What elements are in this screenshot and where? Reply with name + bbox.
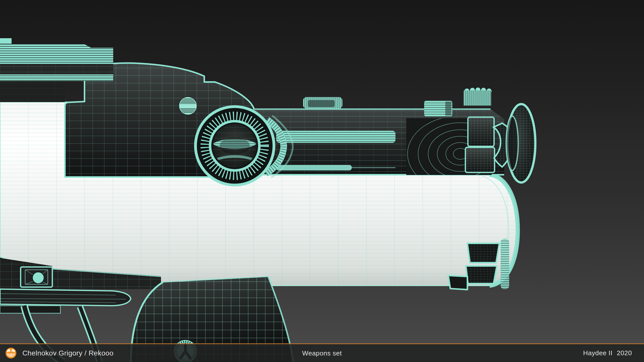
footer-author-group: Chelnokov Grigory / Rekooo [0, 347, 113, 359]
footer-bar: Chelnokov Grigory / Rekooo Weapons set H… [0, 343, 644, 362]
year-label: 2020 [617, 349, 632, 357]
weapon-wireframe-render [0, 0, 644, 362]
project-label: Haydee II [583, 349, 613, 357]
knob-face-ring [506, 116, 518, 170]
receiver-screw [179, 97, 197, 115]
rekooo-logo-icon [5, 347, 17, 359]
bolt-rear-blocks [465, 117, 495, 172]
ejection-bracket [424, 101, 452, 117]
footer-project-group: Haydee II 2020 [583, 349, 644, 357]
render-canvas: Chelnokov Grigory / Rekooo Weapons set H… [0, 0, 644, 362]
rear-sight [303, 97, 342, 109]
artwork-title: Weapons set [302, 349, 342, 357]
guard-bar [0, 289, 131, 313]
author-label: Chelnokov Grigory / Rekooo [22, 349, 113, 357]
serrated-thumb-piece [463, 87, 492, 106]
guard-mount-plate [21, 267, 52, 287]
guard-pin [32, 272, 44, 284]
